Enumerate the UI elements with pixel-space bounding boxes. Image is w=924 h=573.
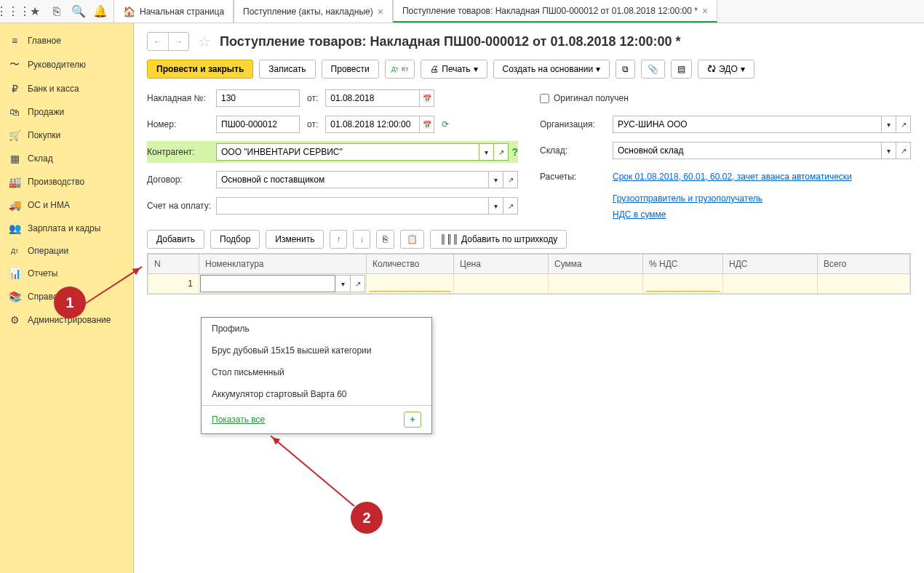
sidebar-item-label: Руководителю: [28, 60, 86, 70]
col-vat-rate[interactable]: % НДС: [643, 255, 723, 274]
show-all-link[interactable]: Показать все: [212, 414, 265, 425]
related-docs-button[interactable]: ⧉: [616, 60, 635, 79]
cell-vat[interactable]: [723, 274, 818, 294]
number-input[interactable]: [216, 116, 300, 133]
sidebar-item-assets[interactable]: 🚚ОС и НМА: [0, 193, 133, 217]
col-nomenclature[interactable]: Номенклатура: [199, 255, 367, 274]
cell-price[interactable]: [454, 274, 549, 294]
clipboard-icon[interactable]: ⎘: [47, 1, 67, 22]
change-button[interactable]: Изменить: [266, 230, 324, 249]
org-input[interactable]: [613, 116, 882, 133]
topbar-icon-group: ⋮⋮⋮ ★ ⎘ 🔍 🔔: [0, 0, 113, 23]
invoice-for-input[interactable]: [216, 197, 489, 215]
add-button[interactable]: Добавить: [147, 230, 204, 249]
dropdown-item[interactable]: Стол письменный: [202, 361, 431, 383]
open-icon[interactable]: ↗: [494, 143, 509, 161]
col-sum[interactable]: Сумма: [549, 255, 643, 274]
sidebar-item-purchases[interactable]: 🛒Покупки: [0, 124, 133, 147]
open-icon[interactable]: ↗: [503, 197, 518, 215]
close-icon[interactable]: ×: [378, 6, 383, 17]
ruble-icon: ₽: [9, 83, 20, 95]
search-icon[interactable]: 🔍: [68, 1, 89, 22]
sidebar-item-manager[interactable]: 〜Руководителю: [0, 52, 133, 77]
open-icon[interactable]: ↗: [351, 275, 365, 292]
calendar-icon[interactable]: 📅: [420, 89, 434, 107]
add-barcode-button[interactable]: ║║║Добавить по штрихкоду: [430, 230, 567, 249]
open-icon[interactable]: ↗: [896, 142, 911, 159]
close-icon[interactable]: ×: [702, 5, 708, 17]
col-quantity[interactable]: Количество: [367, 255, 454, 274]
tab-receipts[interactable]: Поступление (акты, накладные) ×: [234, 0, 393, 23]
forward-button[interactable]: →: [168, 33, 188, 50]
col-price[interactable]: Цена: [454, 255, 549, 274]
col-vat[interactable]: НДС: [723, 255, 818, 274]
copy-button[interactable]: ⎘: [376, 230, 394, 249]
edo-button[interactable]: 🗘ЭДО▾: [698, 60, 754, 79]
post-button[interactable]: Провести: [322, 60, 379, 79]
cell-nomenclature[interactable]: ▾ ↗: [199, 274, 367, 294]
dropdown-icon[interactable]: ▾: [479, 143, 494, 161]
post-and-close-button[interactable]: Провести и закрыть: [147, 60, 253, 79]
cell-sum[interactable]: [549, 274, 643, 294]
sidebar-item-operations[interactable]: ДтОперации: [0, 240, 133, 262]
back-button[interactable]: ←: [148, 33, 168, 50]
cell-quantity[interactable]: [367, 274, 454, 294]
sidebar-item-bank[interactable]: ₽Банк и касса: [0, 77, 133, 100]
sidebar-item-sales[interactable]: 🛍Продажи: [0, 100, 133, 124]
dropdown-icon[interactable]: ▾: [882, 142, 896, 159]
nomenclature-input[interactable]: [200, 275, 335, 292]
datetime-input[interactable]: [325, 116, 420, 133]
paste-button[interactable]: 📋: [400, 230, 424, 249]
calendar-icon[interactable]: 📅: [420, 116, 434, 133]
col-total[interactable]: Всего: [818, 255, 910, 274]
dropdown-item[interactable]: Аккумулятор стартовый Варта 60: [202, 383, 431, 405]
invoice-no-input[interactable]: [216, 89, 300, 107]
settlements-link[interactable]: Срок 01.08.2018, 60.01, 60.02, зачет ава…: [613, 172, 852, 182]
bell-icon[interactable]: 🔔: [90, 1, 111, 22]
sidebar-item-hr[interactable]: 👥Зарплата и кадры: [0, 217, 133, 240]
shipper-link[interactable]: Грузоотправитель и грузополучатель: [613, 193, 762, 204]
dtkt-button[interactable]: ДтКт: [385, 60, 415, 79]
invoice-date-input[interactable]: [325, 89, 420, 107]
sidebar-item-warehouse[interactable]: ▦Склад: [0, 147, 133, 170]
apps-icon[interactable]: ⋮⋮⋮: [3, 1, 23, 22]
save-button[interactable]: Записать: [259, 60, 315, 79]
favorite-star-icon[interactable]: ☆: [198, 33, 211, 50]
refresh-icon[interactable]: ⟳: [442, 119, 449, 129]
dropdown-icon[interactable]: ▾: [489, 171, 503, 188]
add-new-button[interactable]: +: [404, 412, 421, 428]
attach-button[interactable]: 📎: [641, 60, 665, 79]
vat-link[interactable]: НДС в сумме: [613, 209, 666, 220]
create-based-button[interactable]: Создать на основании▾: [493, 60, 610, 79]
original-received-checkbox[interactable]: [540, 94, 549, 103]
sidebar-item-main[interactable]: ≡Главное: [0, 29, 133, 52]
sidebar-item-reports[interactable]: 📊Отчеты: [0, 262, 133, 285]
move-down-button[interactable]: ↓: [353, 230, 370, 249]
sidebar-item-production[interactable]: 🏭Производство: [0, 170, 133, 193]
warehouse-input[interactable]: [613, 142, 882, 159]
cell-total[interactable]: [818, 274, 910, 294]
dropdown-icon[interactable]: ▾: [336, 275, 351, 292]
dropdown-item[interactable]: Профиль: [202, 318, 431, 340]
tab-current-doc[interactable]: Поступление товаров: Накладная ПШ00-0000…: [393, 0, 717, 23]
pick-button[interactable]: Подбор: [210, 230, 260, 249]
sidebar-item-label: Главное: [28, 36, 61, 46]
open-icon[interactable]: ↗: [896, 116, 911, 133]
contract-input[interactable]: [216, 171, 489, 188]
print-button[interactable]: 🖨Печать▾: [421, 60, 487, 79]
help-icon[interactable]: ?: [511, 146, 518, 158]
dropdown-icon[interactable]: ▾: [882, 116, 896, 133]
table-row[interactable]: 1 ▾ ↗: [148, 274, 910, 294]
favorite-icon[interactable]: ★: [25, 1, 45, 22]
settlements-label: Расчеты:: [540, 172, 613, 182]
open-icon[interactable]: ↗: [503, 171, 518, 188]
counterparty-input[interactable]: [216, 143, 479, 161]
tab-home[interactable]: 🏠 Начальная страница: [113, 0, 234, 23]
move-up-button[interactable]: ↑: [330, 230, 347, 249]
cell-vat-rate[interactable]: [643, 274, 723, 294]
dropdown-item[interactable]: Брус дубовый 15х15 высшей категории: [202, 340, 431, 361]
col-n[interactable]: N: [148, 255, 199, 274]
people-icon: 👥: [9, 223, 20, 234]
list-button[interactable]: ▤: [671, 60, 692, 79]
dropdown-icon[interactable]: ▾: [489, 197, 503, 215]
